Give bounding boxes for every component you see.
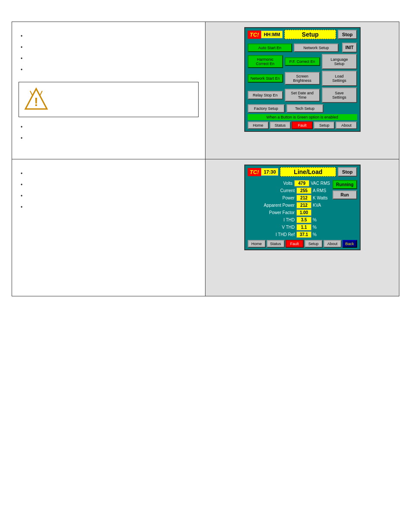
volts-label: Volts <box>254 181 293 186</box>
setup-nav-status[interactable]: Status <box>270 121 291 129</box>
setup-nav-setup[interactable]: Setup <box>314 121 335 129</box>
page-container: ! TC! HH:MM Setup Stop <box>12 22 399 296</box>
setup-panel: TC! HH:MM Setup Stop Auto Start En Netwo… <box>206 22 399 159</box>
setup-header: TC! HH:MM Setup Stop <box>245 28 360 41</box>
current-unit: A RMS <box>313 188 330 193</box>
lineload-nav-setup[interactable]: Setup <box>305 240 323 248</box>
power-unit: K Watts <box>313 196 330 200</box>
top-bullet-list <box>19 31 199 75</box>
lineload-logo: TC! <box>248 168 262 176</box>
relay-stop-en-button[interactable]: Relay Stop En <box>248 91 283 100</box>
warning-box: ! <box>19 82 199 117</box>
setup-row-4: Relay Stop En Set Date and Time Save Set… <box>248 87 357 103</box>
setup-nav: Home Status Fault Setup About <box>248 121 357 129</box>
power-label: Power <box>256 196 295 200</box>
setup-status-bar: When a Button is Green option is enabled <box>248 114 357 120</box>
ithd-ref-row: I THD Ref 37.1 % <box>248 231 330 238</box>
bottom-left-bullet-list <box>19 168 199 213</box>
vthd-unit: % <box>313 225 330 230</box>
network-setup-button[interactable]: Network Setup <box>294 44 339 52</box>
power-factor-row: Power Factor 1.00 <box>248 209 330 216</box>
setup-title: Setup <box>284 30 336 39</box>
warning-text <box>53 97 55 102</box>
ithd-unit: % <box>313 218 330 222</box>
apparent-power-unit: KVA <box>313 203 330 208</box>
init-button[interactable]: INIT <box>342 43 357 53</box>
lineload-panel: TC! 17:30 Line/Load Stop Volts 479 VAC R… <box>206 159 399 296</box>
bottom-left-panel <box>12 159 206 296</box>
svg-line-3 <box>40 91 42 96</box>
vthd-label: V THD <box>256 225 295 230</box>
run-button[interactable]: Run <box>333 190 357 199</box>
volts-value: 479 <box>294 180 309 187</box>
load-settings-button[interactable]: Load Settings <box>322 71 357 86</box>
bullet-item <box>19 53 199 64</box>
bullet-item <box>19 121 199 133</box>
network-start-en-button[interactable]: Network Start En <box>248 74 283 83</box>
setup-body: Auto Start En Network Setup INIT Harmoni… <box>245 41 360 131</box>
top-left-panel: ! <box>12 22 206 159</box>
setup-screen: TC! HH:MM Setup Stop Auto Start En Netwo… <box>244 27 361 132</box>
bottom-bullet-list <box>19 121 199 144</box>
current-label: Current <box>256 188 295 193</box>
bullet-item <box>19 31 199 42</box>
lineload-body: Volts 479 VAC RMS Current 255 A RMS Powe… <box>245 178 360 249</box>
apparent-power-row: Apparent Power 212 KVA <box>248 202 330 208</box>
bullet-item <box>19 202 199 213</box>
auto-start-en-button[interactable]: Auto Start En <box>248 44 293 52</box>
volts-unit: VAC RMS <box>311 181 330 186</box>
lineload-nav-about[interactable]: About <box>324 240 342 248</box>
lineload-content: Volts 479 VAC RMS Current 255 A RMS Powe… <box>248 180 357 239</box>
screen-brightness-button[interactable]: Screen Brightness <box>285 72 320 85</box>
lineload-nav: Home Status Fault Setup About Back <box>248 240 357 248</box>
lineload-title: Line/Load <box>280 167 336 177</box>
lineload-right-buttons: Running Run <box>333 180 357 239</box>
setup-row-1: Auto Start En Network Setup INIT <box>248 43 357 53</box>
save-settings-button[interactable]: Save Settings <box>322 87 357 103</box>
tech-setup-button[interactable]: Tech Setup <box>286 104 324 113</box>
power-factor-value: 1.00 <box>296 209 311 216</box>
lineload-nav-status[interactable]: Status <box>267 240 285 248</box>
warning-icon: ! <box>23 87 49 112</box>
lineload-stop-button[interactable]: Stop <box>338 167 357 177</box>
setup-stop-button[interactable]: Stop <box>338 30 357 39</box>
tci-logo: TC! <box>248 31 262 39</box>
bullet-item <box>19 190 199 202</box>
bullet-item <box>19 64 199 75</box>
ithd-ref-label: I THD Ref <box>256 232 295 237</box>
ithd-value: 3.5 <box>296 217 311 223</box>
current-value: 255 <box>296 187 311 194</box>
power-factor-label: Power Factor <box>256 210 295 215</box>
lineload-nav-fault[interactable]: Fault <box>286 240 304 248</box>
bullet-item <box>19 179 199 190</box>
ithd-ref-unit: % <box>313 232 330 237</box>
lineload-nav-home[interactable]: Home <box>248 240 266 248</box>
language-setup-button[interactable]: Language Setup <box>322 54 357 69</box>
svg-text:!: ! <box>34 95 38 109</box>
setup-nav-fault[interactable]: Fault <box>292 121 313 129</box>
lineload-header: TC! 17:30 Line/Load Stop <box>245 165 360 178</box>
harmonic-correct-en-button[interactable]: Harmonic Correct En <box>248 55 283 68</box>
apparent-power-label: Apparent Power <box>256 203 295 208</box>
right-buttons: INIT <box>342 43 357 53</box>
lineload-back-button[interactable]: Back <box>342 240 357 248</box>
setup-row-2: Harmonic Correct En P.F. Correct En Lang… <box>248 54 357 69</box>
measurements-section: Volts 479 VAC RMS Current 255 A RMS Powe… <box>248 180 330 239</box>
volts-row: Volts 479 VAC RMS <box>248 180 330 187</box>
setup-row-5: Factory Setup Tech Setup <box>248 104 357 113</box>
ithd-row: I THD 3.5 % <box>248 217 330 223</box>
factory-setup-button[interactable]: Factory Setup <box>248 104 285 113</box>
ithd-label: I THD <box>256 218 295 222</box>
lineload-screen: TC! 17:30 Line/Load Stop Volts 479 VAC R… <box>244 165 361 250</box>
set-date-time-button[interactable]: Set Date and Time <box>285 89 320 102</box>
running-button[interactable]: Running <box>333 180 357 189</box>
pf-correct-en-button[interactable]: P.F. Correct En <box>285 57 320 66</box>
vthd-value: 1.1 <box>296 224 311 230</box>
setup-nav-home[interactable]: Home <box>248 121 269 129</box>
bullet-item <box>19 42 199 53</box>
setup-nav-about[interactable]: About <box>336 121 357 129</box>
svg-line-2 <box>30 91 33 96</box>
lineload-time: 17:30 <box>261 168 278 176</box>
apparent-power-value: 212 <box>296 202 311 208</box>
vthd-row: V THD 1.1 % <box>248 224 330 230</box>
